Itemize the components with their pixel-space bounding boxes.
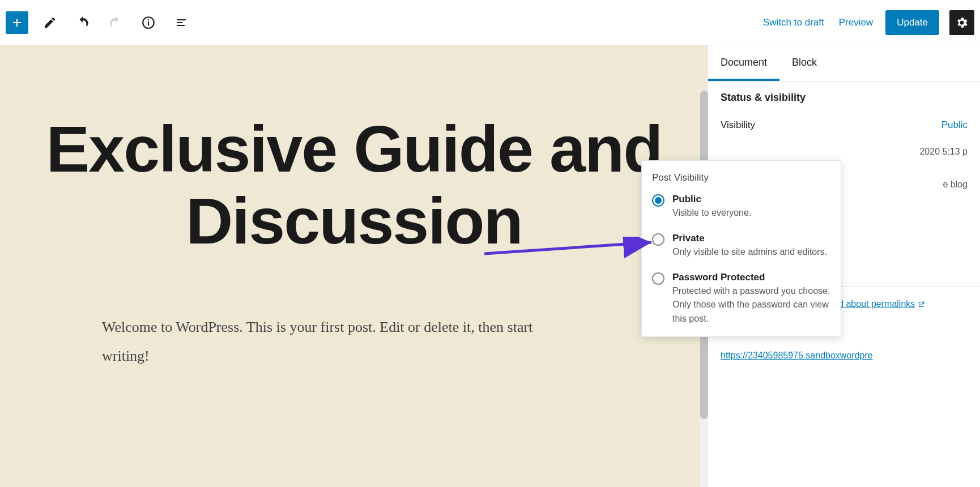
preview-button[interactable]: Preview — [837, 12, 875, 33]
tab-document[interactable]: Document — [708, 45, 779, 81]
update-button[interactable]: Update — [885, 10, 939, 35]
post-body[interactable]: Welcome to WordPress. This is your first… — [102, 313, 561, 370]
gear-icon — [955, 16, 969, 29]
post-visibility-popover: Post Visibility Public Visible to everyo… — [641, 160, 841, 337]
radio-label: Public — [672, 194, 751, 205]
visibility-option-password[interactable]: Password Protected Protected with a pass… — [652, 272, 830, 326]
undo-icon — [75, 15, 90, 30]
add-block-button[interactable] — [6, 11, 28, 34]
editor-toolbar: Switch to draft Preview Update — [0, 0, 980, 45]
outline-button[interactable] — [170, 11, 193, 34]
publish-date-fragment: 2020 5:13 p — [721, 147, 968, 157]
panel-title-status: Status & visibility — [721, 92, 968, 104]
radio-desc: Only visible to site admins and editors. — [672, 245, 827, 259]
tab-block[interactable]: Block — [779, 45, 829, 81]
permalink-url-link[interactable]: https://23405985975.sandboxwordpre — [721, 351, 873, 360]
list-icon — [174, 16, 188, 29]
visibility-option-private[interactable]: Private Only visible to site admins and … — [652, 233, 830, 259]
radio-icon — [652, 272, 664, 285]
visibility-label: Visibility — [721, 119, 755, 131]
edit-mode-button[interactable] — [39, 11, 61, 34]
toolbar-left — [6, 11, 193, 34]
sidebar-tabs: Document Block — [708, 45, 980, 82]
external-link-icon — [917, 301, 925, 309]
redo-button[interactable] — [104, 11, 127, 34]
radio-desc: Visible to everyone. — [672, 206, 751, 220]
info-button[interactable] — [137, 11, 160, 34]
svg-rect-2 — [148, 19, 149, 20]
switch-to-draft-button[interactable]: Switch to draft — [761, 12, 826, 33]
visibility-option-public[interactable]: Public Visible to everyone. — [652, 194, 830, 220]
undo-button[interactable] — [71, 11, 94, 34]
radio-icon — [652, 194, 664, 207]
visibility-radio-group: Public Visible to everyone. Private Only… — [652, 194, 830, 326]
pencil-icon — [43, 16, 57, 29]
info-icon — [141, 15, 156, 30]
svg-rect-1 — [148, 21, 149, 25]
visibility-value[interactable]: Public — [941, 119, 968, 131]
radio-icon — [652, 233, 664, 246]
toolbar-right: Switch to draft Preview Update — [761, 10, 974, 35]
permalink-url: https://23405985975.sandboxwordpre — [721, 348, 968, 363]
radio-label: Password Protected — [672, 272, 830, 283]
radio-label: Private — [672, 233, 827, 244]
settings-button[interactable] — [949, 10, 974, 35]
post-title[interactable]: Exclusive Guide and Discussion — [17, 113, 691, 257]
editor-canvas[interactable]: Exclusive Guide and Discussion Welcome t… — [0, 45, 708, 487]
popover-title: Post Visibility — [652, 172, 830, 183]
plus-icon — [10, 16, 24, 29]
radio-desc: Protected with a password you choose. On… — [672, 284, 830, 326]
redo-icon — [108, 15, 123, 30]
visibility-row: Visibility Public — [721, 119, 968, 131]
